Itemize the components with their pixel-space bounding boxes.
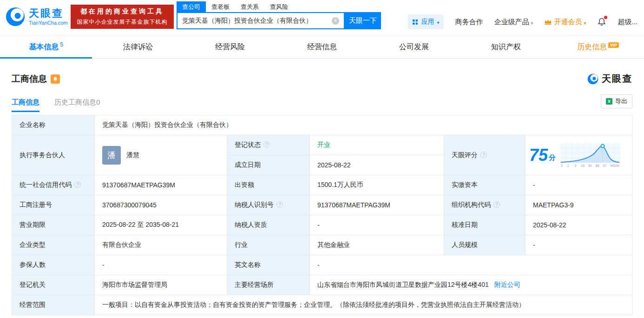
tab-operation-risk-label: 经营风险 — [215, 43, 245, 51]
help-icon[interactable] — [493, 201, 500, 208]
reg-authority-value: 海阳市市场监督管理局 — [95, 275, 227, 295]
search-button[interactable]: 天眼一下 — [345, 12, 381, 29]
subtab-business-info[interactable]: 工商信息 — [12, 98, 39, 112]
table-row: 参保人数 - 英文名称 - — [12, 255, 632, 275]
staff-size-label: 人员规模 — [444, 235, 526, 255]
nav-business-cooperation-label: 商务合作 — [455, 18, 483, 26]
notification-bell[interactable] — [597, 17, 606, 26]
approval-date-value: 2025-08-22 — [526, 215, 632, 235]
tab-history-info-label: 历史信息 — [577, 43, 607, 51]
score-cell: 75 分 0 1 — [526, 135, 632, 175]
tianyancha-logo-icon — [5, 6, 26, 27]
insured-count-value: - — [95, 255, 227, 275]
table-row: 统一社会信用代码 91370687MAETPAG39M 出资额 1500.1万人… — [12, 175, 632, 195]
tab-legal-litigation[interactable]: 法律诉讼 — [92, 36, 184, 58]
subscribe-bell-icon[interactable] — [51, 74, 60, 84]
tab-basic-info-count: 5 — [60, 41, 63, 48]
industry-value: 其他金融业 — [310, 235, 444, 255]
reg-number-label: 工商注册号 — [12, 195, 95, 215]
nav-user[interactable]: 超级... — [618, 18, 637, 26]
nav-open-membership[interactable]: 开通会员 — [544, 18, 586, 26]
partner: 潘 潘慧 — [102, 146, 219, 165]
crown-icon — [544, 19, 552, 25]
partner-name-link[interactable]: 潘慧 — [126, 151, 139, 159]
table-row: 登记机关 海阳市市场监督管理局 主要经营场所 山东省烟台市海阳市凤城街道卫星数据… — [12, 275, 632, 295]
tab-company-development-label: 公司发展 — [399, 43, 429, 51]
search-tab-company[interactable]: 查公司 — [177, 1, 206, 13]
tianyancha-logo[interactable]: 天眼查 TianYanCha.com — [5, 6, 68, 27]
caret-down-icon — [437, 18, 439, 26]
tax-qualification-label: 纳税人资质 — [227, 215, 310, 235]
est-date-label: 成立日期 — [227, 155, 310, 175]
svg-text:3: 3 — [575, 164, 577, 167]
promo-badge-line1: 都在用的商业查询工具 — [80, 7, 164, 16]
tab-intellectual-property-label: 知识产权 — [491, 43, 521, 51]
svg-text:50: 50 — [588, 164, 592, 167]
tab-intellectual-property[interactable]: 知识产权 — [460, 36, 552, 58]
apps-menu[interactable]: 应用 — [407, 14, 444, 29]
address-label: 主要经营场所 — [227, 275, 310, 295]
reg-status-label: 登记状态 — [227, 135, 310, 155]
tab-operation-info[interactable]: 经营信息 — [276, 36, 368, 58]
svg-text:0: 0 — [561, 164, 563, 167]
nav-business-cooperation[interactable]: 商务合作 — [455, 18, 483, 26]
address-cell: 山东省烟台市海阳市凤城街道卫星数据产业园12号楼4楼401附近公司 — [310, 275, 632, 295]
english-name-value: - — [310, 255, 632, 275]
clear-search-icon[interactable] — [332, 17, 339, 25]
logo-text: 天眼查 TianYanCha.com — [29, 8, 68, 26]
section-head: 工商信息 天眼查 — [12, 73, 632, 85]
tax-id-label: 纳税人识别号 — [227, 195, 310, 215]
tianyancha-watermark: 天眼查 — [587, 73, 632, 85]
tab-history-info[interactable]: 历史信息VIP — [552, 36, 644, 58]
table-row: 执行事务合伙人 潘 潘慧 登记状态 开业 — [12, 135, 632, 155]
table-row: 工商注册号 370687300079045 纳税人识别号 91370687MAE… — [12, 195, 632, 215]
table-row: 企业名称 觉策天基（海阳）投资合伙企业（有限合伙） — [12, 115, 632, 135]
tianyancha-watermark-icon — [587, 73, 599, 85]
help-icon[interactable] — [74, 181, 81, 188]
registration-status: 开业 — [317, 141, 330, 148]
svg-text:99: 99 — [610, 164, 614, 167]
search-tab-boss[interactable]: 查老板 — [206, 1, 235, 13]
search-input[interactable] — [177, 17, 332, 25]
reg-status-cell: 开业 — [310, 135, 444, 155]
help-icon[interactable] — [263, 141, 270, 148]
partner-avatar[interactable]: 潘 — [102, 146, 121, 165]
tab-basic-info[interactable]: 基本信息5 — [0, 36, 92, 58]
subtab-history-business-info[interactable]: 历史工商信息0 — [54, 98, 100, 112]
promo-badge: 都在用的商业查询工具 国家中小企业发展子基金旗下机构 — [71, 5, 174, 29]
tab-operation-risk[interactable]: 经营风险 — [184, 36, 276, 58]
credit-code-label: 统一社会信用代码 — [12, 175, 95, 195]
nearby-companies-link[interactable]: 附近公司 — [494, 281, 520, 288]
insured-count-label: 参保人数 — [12, 255, 95, 275]
help-icon[interactable] — [480, 152, 487, 158]
paid-capital-value: - — [526, 175, 632, 195]
business-term-label: 营业期限 — [12, 215, 95, 235]
company-name-label: 企业名称 — [12, 115, 95, 135]
content: 工商信息 天眼查 工商信息 — [0, 73, 644, 315]
credit-code-value: 91370687MAETPAG39M — [95, 175, 227, 195]
help-icon[interactable] — [276, 201, 283, 208]
caret-down-icon — [584, 18, 586, 26]
tab-company-development[interactable]: 公司发展 — [368, 36, 460, 58]
org-code-label-text: 组织机构代码 — [452, 201, 491, 208]
search-tab-risk[interactable]: 查风险 — [264, 1, 294, 13]
staff-size-value: - — [526, 235, 632, 255]
tax-id-value: 91370687MAETPAG39M — [310, 195, 444, 215]
score-value: 75 — [529, 147, 548, 164]
business-term-value: 2025-08-22 至 2035-08-21 — [95, 215, 227, 235]
nav-enterprise-products[interactable]: 企业级产品 — [494, 18, 533, 26]
top-nav: 应用 商务合作 企业级产品 开通会员 — [407, 14, 637, 29]
score-unit: 分 — [549, 153, 556, 162]
nav-open-membership-label: 开通会员 — [554, 18, 582, 26]
business-info-table: 企业名称 觉策天基（海阳）投资合伙企业（有限合伙） 执行事务合伙人 潘 潘慧 — [12, 115, 632, 315]
score-label-text: 天眼评分 — [452, 151, 478, 159]
reg-status-label-text: 登记状态 — [235, 141, 261, 148]
section-title: 工商信息 — [12, 73, 47, 85]
svg-text:1: 1 — [567, 164, 569, 167]
search-tab-relation[interactable]: 查关系 — [235, 1, 264, 13]
address-value: 山东省烟台市海阳市凤城街道卫星数据产业园12号楼4楼401 — [317, 281, 489, 288]
nav-enterprise-products-label: 企业级产品 — [494, 18, 529, 26]
top-header: 天眼查 TianYanCha.com 都在用的商业查询工具 国家中小企业发展子基… — [0, 0, 644, 35]
search-type-tabs: 查公司 查老板 查关系 查风险 — [177, 1, 381, 12]
export-button[interactable]: 导出 — [601, 94, 632, 108]
